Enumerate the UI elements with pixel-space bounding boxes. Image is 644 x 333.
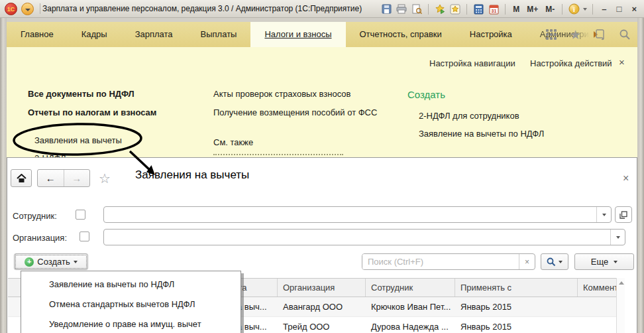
tab-otchetnost-spravki[interactable]: Отчетность, справки: [346, 22, 456, 47]
back-button[interactable]: ←: [38, 170, 64, 186]
cell-organization[interactable]: Трейд ООО: [278, 317, 366, 333]
table-header-apply-from[interactable]: Применять с: [455, 279, 578, 297]
search-input[interactable]: [362, 254, 519, 269]
organization-filter-checkbox[interactable]: [80, 232, 89, 241]
more-button[interactable]: Еще: [574, 253, 634, 270]
cell-apply-from[interactable]: Январь 2015: [455, 317, 578, 333]
all-sections-menu-icon[interactable]: [546, 29, 557, 40]
favorites-star-icon[interactable]: ★: [570, 29, 581, 41]
save-icon[interactable]: [380, 3, 392, 15]
window-frame-left: [0, 18, 7, 333]
favorites-icon[interactable]: [449, 3, 461, 15]
divider: [40, 3, 40, 14]
svg-text:i: i: [573, 6, 575, 13]
employee-filter-label: Сотрудник:: [13, 211, 57, 221]
maximize-button[interactable]: □: [614, 4, 625, 14]
search-button[interactable]: [541, 253, 568, 270]
title-bar: 1С Зарплата и управление персоналом, ред…: [0, 0, 644, 18]
close-button[interactable]: ×: [628, 4, 640, 14]
window-frame-right: [637, 18, 644, 333]
table-vertical-scrollbar[interactable]: [616, 278, 625, 333]
tab-zarplata[interactable]: Зарплата: [121, 22, 187, 47]
home-button[interactable]: [11, 169, 32, 187]
tab-glavnoe[interactable]: Главное: [7, 22, 68, 47]
menu-item-uvedomlenie[interactable]: Уведомление о праве на имущ. вычет: [21, 314, 241, 333]
scroll-up-icon[interactable]: [619, 281, 624, 285]
forward-button[interactable]: →: [64, 170, 90, 186]
tab-kadry[interactable]: Кадры: [68, 22, 121, 47]
section-navigation-panel: Настройка навигации Настройка действий ×…: [7, 47, 637, 157]
plus-icon: +: [25, 257, 34, 267]
nav-link-otchety-po-nalogam[interactable]: Отчеты по налогам и взносам: [28, 107, 156, 117]
menu-item-otmena-vychetov[interactable]: Отмена стандартных вычетов НДФЛ: [21, 295, 241, 314]
nav-settings-navigation-link[interactable]: Настройка навигации: [429, 58, 515, 68]
cell-comment[interactable]: [578, 297, 616, 316]
see-also-label: См. также: [213, 137, 253, 147]
create-button[interactable]: + Создать: [14, 253, 88, 270]
nav-create-zayavlenie-link[interactable]: Заявление на вычеты по НДФЛ: [419, 129, 544, 139]
info-icon[interactable]: i: [568, 3, 580, 15]
1c-logo-icon: 1С: [5, 3, 17, 15]
organization-dropdown-caret-icon[interactable]: [610, 230, 625, 245]
section-tab-bar: Главное Кадры Зарплата Выплаты Налоги и …: [7, 22, 637, 47]
nav-link-akty-proverok[interactable]: Акты проверок страховых взносов: [213, 89, 350, 99]
global-search-icon[interactable]: [619, 29, 631, 40]
divider: [466, 4, 467, 15]
table-header-organization[interactable]: Организация: [278, 279, 366, 297]
employee-filter-field[interactable]: [103, 206, 612, 223]
cell-employee[interactable]: Дурова Надежда ...: [366, 317, 455, 333]
nav-create-group-title[interactable]: Создать: [407, 89, 445, 100]
nav-link-zayavleniya-na-vychety[interactable]: Заявления на вычеты: [34, 135, 122, 145]
divider: [505, 4, 506, 15]
nav-create-2ndfl-link[interactable]: 2-НДФЛ для сотрудников: [419, 111, 519, 121]
history-icon[interactable]: [594, 29, 606, 40]
cell-employee[interactable]: Крючков Иван Пет...: [366, 297, 455, 316]
app-window: 1С Зарплата и управление персоналом, ред…: [0, 0, 644, 333]
tab-vyplaty[interactable]: Выплаты: [187, 22, 251, 47]
tab-nastroyka[interactable]: Настройка: [456, 22, 526, 47]
memory-m-plus-button[interactable]: M+: [525, 5, 540, 14]
organization-filter-field[interactable]: [103, 229, 625, 245]
organization-filter-label: Организация:: [13, 233, 67, 243]
nav-settings-actions-link[interactable]: Настройка действий: [530, 58, 612, 68]
form-title: Заявления на вычеты: [135, 168, 249, 182]
list-form-window: ← → ☆ Заявления на вычеты × Сотрудник: О…: [7, 157, 637, 333]
divider: [428, 4, 429, 15]
nav-link-vse-dokumenty-ndfl[interactable]: Все документы по НДФЛ: [28, 89, 134, 99]
minimize-button[interactable]: –: [598, 4, 610, 14]
table-header-comment[interactable]: Комментарий: [578, 279, 616, 297]
create-dropdown-menu: Заявление на вычеты по НДФЛ Отмена станд…: [21, 271, 241, 333]
see-also-divider: [213, 154, 343, 155]
memory-m-button[interactable]: M: [511, 5, 521, 14]
nav-panel-close-icon[interactable]: ×: [619, 56, 625, 68]
main-menu-button[interactable]: [21, 3, 34, 15]
info-dropdown-caret-icon[interactable]: [583, 8, 587, 11]
search-field: ×: [362, 253, 535, 270]
add-favorite-icon[interactable]: [434, 3, 446, 15]
employee-choose-button[interactable]: [615, 206, 632, 223]
svg-text:31: 31: [491, 9, 496, 13]
memory-m-minus-button[interactable]: M-: [543, 5, 557, 14]
divider: [592, 4, 593, 15]
cell-comment[interactable]: [578, 317, 616, 333]
favorite-toggle-icon[interactable]: ☆: [99, 172, 111, 185]
form-close-icon[interactable]: ×: [623, 172, 629, 184]
employee-filter-checkbox[interactable]: [76, 210, 85, 220]
divider: [562, 4, 563, 15]
tab-nalogi-i-vznosy[interactable]: Налоги и взносы: [250, 22, 345, 47]
history-nav-buttons: ← →: [37, 169, 90, 187]
window-title: Зарплата и управление персоналом, редакц…: [42, 0, 362, 18]
print-preview-icon[interactable]: [411, 3, 423, 15]
calculator-icon[interactable]: [472, 3, 484, 15]
employee-dropdown-caret-icon[interactable]: [596, 207, 611, 222]
search-clear-icon[interactable]: ×: [519, 254, 535, 269]
menu-item-zayavlenie-na-vychety[interactable]: Заявление на вычеты по НДФЛ: [21, 275, 241, 295]
calendar-icon[interactable]: 31: [488, 3, 500, 15]
cell-organization[interactable]: Авангард ООО: [278, 297, 366, 316]
print-icon[interactable]: [396, 3, 407, 15]
table-header-employee[interactable]: Сотрудник: [366, 279, 455, 297]
nav-link-poluchenie-vozmeshcheniya[interactable]: Получение возмещения пособий от ФСС: [213, 107, 377, 117]
cell-apply-from[interactable]: Январь 2015: [455, 297, 578, 316]
